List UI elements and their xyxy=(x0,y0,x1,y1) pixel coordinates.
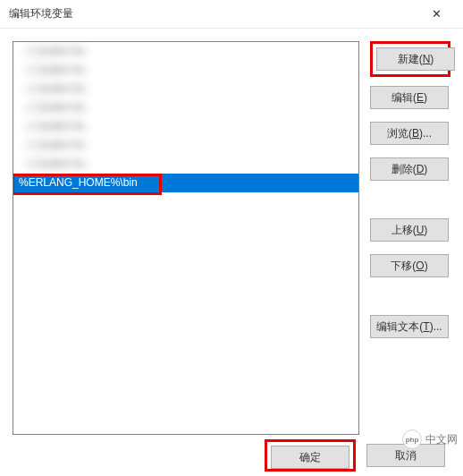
edittext-button[interactable]: 编辑文本(T)... xyxy=(370,315,449,338)
button-label: 编辑文本(T)... xyxy=(376,319,442,335)
list-item[interactable]: （已隐藏的项） xyxy=(13,98,358,117)
button-label: 新建(N) xyxy=(398,52,434,67)
list-item[interactable]: （已隐藏的项） xyxy=(13,117,358,136)
spacer xyxy=(370,290,450,315)
cancel-button[interactable]: 取消 xyxy=(366,444,445,467)
ok-button[interactable]: 确定 xyxy=(271,446,349,469)
list-item[interactable]: （已隐藏的项） xyxy=(13,136,358,155)
list-item[interactable]: （已隐藏的项） xyxy=(13,80,358,98)
button-label: 编辑(E) xyxy=(391,90,427,106)
bottom-button-bar: php 中文网 确定 取消 xyxy=(0,435,463,476)
delete-button[interactable]: 删除(D) xyxy=(370,157,449,181)
button-label: 删除(D) xyxy=(391,162,428,177)
spacer xyxy=(370,193,450,218)
list-item[interactable]: （已隐藏的项） xyxy=(13,155,358,174)
content-area: （已隐藏的项） （已隐藏的项） （已隐藏的项） （已隐藏的项） （已隐藏的项） … xyxy=(0,29,463,435)
annotation-highlight: 新建(N) xyxy=(370,41,450,77)
button-column: 新建(N) 编辑(E) 浏览(B)... 删除(D) 上移(U) 下移(O) 编… xyxy=(370,41,450,435)
close-icon[interactable]: ✕ xyxy=(418,2,454,27)
env-path-listbox[interactable]: （已隐藏的项） （已隐藏的项） （已隐藏的项） （已隐藏的项） （已隐藏的项） … xyxy=(13,41,359,435)
list-item-selected[interactable]: %ERLANG_HOME%\bin xyxy=(13,174,358,192)
dialog-title: 编辑环境变量 xyxy=(9,6,418,21)
browse-button[interactable]: 浏览(B)... xyxy=(370,122,449,145)
list-item[interactable]: （已隐藏的项） xyxy=(13,42,358,61)
moveup-button[interactable]: 上移(U) xyxy=(370,218,449,242)
button-label: 下移(O) xyxy=(391,259,427,274)
edit-button[interactable]: 编辑(E) xyxy=(370,86,449,109)
dialog: 编辑环境变量 ✕ （已隐藏的项） （已隐藏的项） （已隐藏的项） （已隐藏的项）… xyxy=(0,0,463,476)
button-label: 上移(U) xyxy=(391,223,428,238)
button-label: 浏览(B)... xyxy=(387,126,432,141)
annotation-highlight: 确定 xyxy=(265,439,356,472)
movedown-button[interactable]: 下移(O) xyxy=(370,254,449,277)
titlebar: 编辑环境变量 ✕ xyxy=(0,0,463,29)
new-button[interactable]: 新建(N) xyxy=(376,47,455,71)
list-item[interactable]: （已隐藏的项） xyxy=(13,61,358,80)
